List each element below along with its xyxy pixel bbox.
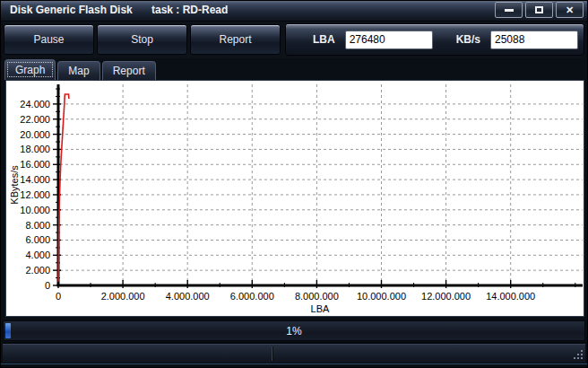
svg-text:LBA: LBA bbox=[311, 303, 330, 314]
svg-text:2.000: 2.000 bbox=[25, 265, 50, 276]
svg-text:12.000: 12.000 bbox=[20, 189, 50, 200]
tab-report[interactable]: Report bbox=[102, 61, 156, 80]
svg-text:20.000: 20.000 bbox=[20, 129, 50, 140]
title-bar[interactable]: Disk Generic Flash Disk task : RD-Read ✕ bbox=[1, 1, 587, 22]
close-icon: ✕ bbox=[566, 4, 574, 16]
svg-text:22.000: 22.000 bbox=[20, 114, 50, 125]
status-bar bbox=[3, 344, 585, 363]
tab-bar: Graph Map Report bbox=[4, 58, 156, 80]
resize-grip-icon[interactable] bbox=[574, 357, 575, 359]
svg-text:12.000.000: 12.000.000 bbox=[421, 291, 471, 302]
window-title: Disk Generic Flash Disk bbox=[10, 4, 133, 16]
progress-bar: 1% bbox=[3, 320, 585, 341]
svg-text:10.000: 10.000 bbox=[20, 205, 50, 215]
status-divider bbox=[272, 346, 272, 361]
svg-text:4.000: 4.000 bbox=[25, 250, 50, 260]
minimize-icon bbox=[505, 9, 514, 12]
lba-label: LBA bbox=[313, 33, 335, 46]
svg-text:2.000.000: 2.000.000 bbox=[101, 291, 145, 302]
svg-text:0: 0 bbox=[56, 291, 61, 302]
kbs-field[interactable] bbox=[490, 31, 578, 49]
speed-chart-canvas: 02.000.0004.000.0006.000.0008.000.00010.… bbox=[6, 81, 584, 316]
close-button[interactable]: ✕ bbox=[556, 2, 584, 18]
window-bottom-edge bbox=[1, 364, 587, 364]
svg-text:14.000: 14.000 bbox=[20, 174, 50, 185]
pause-button[interactable]: Pause bbox=[4, 24, 94, 55]
svg-text:8.000: 8.000 bbox=[25, 220, 50, 231]
stop-button[interactable]: Stop bbox=[97, 24, 187, 55]
svg-text:18.000: 18.000 bbox=[20, 144, 50, 154]
maximize-button[interactable] bbox=[525, 2, 553, 18]
speed-chart: 02.000.0004.000.0006.000.0008.000.00010.… bbox=[5, 80, 584, 317]
svg-text:4.000.000: 4.000.000 bbox=[166, 291, 210, 302]
svg-text:0: 0 bbox=[45, 280, 50, 291]
svg-text:KBytes/s: KBytes/s bbox=[9, 165, 20, 205]
svg-text:6.000.000: 6.000.000 bbox=[230, 291, 274, 302]
maximize-icon bbox=[535, 6, 543, 13]
progress-percent: 1% bbox=[4, 325, 584, 337]
minimize-button[interactable] bbox=[495, 2, 523, 18]
svg-text:6.000: 6.000 bbox=[25, 234, 50, 245]
readout-panel: LBA KB/s bbox=[285, 23, 584, 56]
svg-text:10.000.000: 10.000.000 bbox=[357, 291, 406, 302]
svg-text:8.000.000: 8.000.000 bbox=[295, 291, 339, 302]
report-button[interactable]: Report bbox=[190, 24, 281, 55]
lba-field[interactable] bbox=[345, 31, 433, 49]
task-label: task : RD-Read bbox=[151, 4, 228, 16]
toolbar-buttons: Pause Stop Report bbox=[4, 24, 281, 55]
window-controls: ✕ bbox=[495, 2, 584, 18]
tab-map[interactable]: Map bbox=[57, 61, 99, 80]
kbs-label: KB/s bbox=[456, 33, 480, 46]
svg-text:24.000: 24.000 bbox=[20, 99, 50, 110]
svg-text:16.000: 16.000 bbox=[20, 159, 50, 170]
tab-graph[interactable]: Graph bbox=[4, 59, 56, 80]
app-window: Disk Generic Flash Disk task : RD-Read ✕… bbox=[0, 0, 588, 368]
toolbar: Pause Stop Report LBA KB/s bbox=[3, 22, 585, 58]
svg-text:14.000.000: 14.000.000 bbox=[486, 291, 535, 302]
